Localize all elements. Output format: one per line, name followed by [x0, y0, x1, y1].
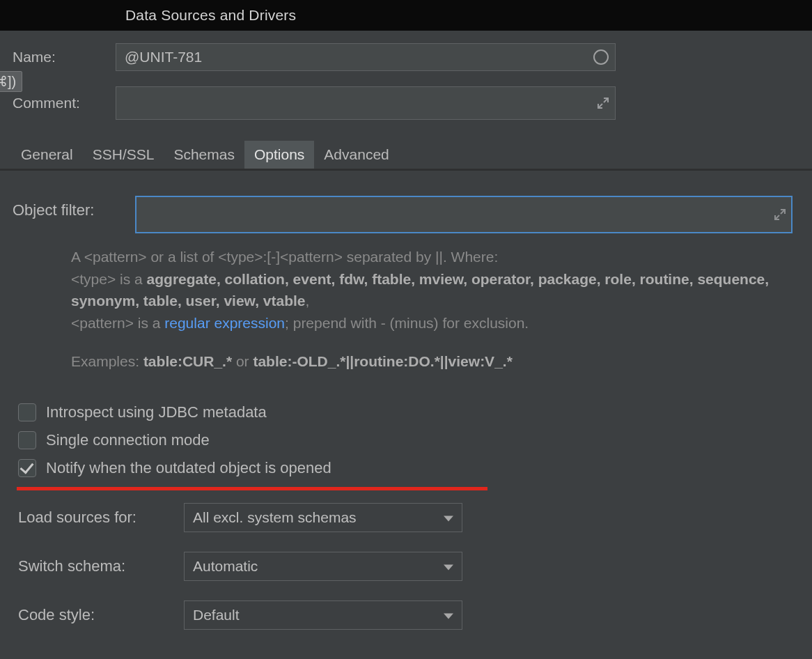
options-panel: Object filter: A <pattern> or a list of …	[0, 171, 812, 659]
checkbox-icon[interactable]	[18, 431, 36, 449]
chevron-down-icon	[444, 613, 453, 619]
code-style-label: Code style:	[18, 606, 184, 624]
comment-field-wrap	[116, 86, 616, 120]
switch-schema-label: Switch schema:	[18, 557, 184, 575]
shortcut-hint-popup: ⌘])	[0, 71, 22, 92]
expand-icon[interactable]	[773, 208, 787, 222]
checkbox-icon[interactable]	[18, 459, 36, 477]
hint-line-2: <type> is a aggregate, collation, event,…	[71, 268, 795, 312]
notify-outdated-checkbox-row[interactable]: Notify when the outdated object is opene…	[18, 459, 799, 477]
name-input[interactable]	[116, 43, 616, 71]
form-area: ⌘]) Name: Comment:	[0, 31, 812, 141]
tab-options[interactable]: Options	[244, 141, 314, 169]
hint-line-3: <pattern> is a regular expression; prepe…	[71, 312, 795, 334]
regular-expression-link[interactable]: regular expression	[164, 315, 285, 331]
tab-advanced[interactable]: Advanced	[314, 141, 398, 169]
switch-schema-select[interactable]: Automatic	[184, 552, 462, 581]
code-style-select[interactable]: Default	[184, 600, 462, 630]
tab-general[interactable]: General	[11, 141, 83, 169]
object-filter-input[interactable]	[135, 196, 793, 233]
comment-label: Comment:	[13, 95, 116, 111]
name-label: Name:	[13, 49, 116, 65]
object-filter-row: Object filter:	[13, 196, 799, 233]
code-style-value: Default	[193, 607, 240, 623]
tabs-bar: General SSH/SSL Schemas Options Advanced	[0, 141, 812, 169]
notify-outdated-label: Notify when the outdated object is opene…	[46, 459, 331, 477]
load-sources-row: Load sources for: All excl. system schem…	[18, 503, 799, 532]
introspect-checkbox-row[interactable]: Introspect using JDBC metadata	[18, 403, 799, 421]
expand-icon[interactable]	[596, 96, 610, 110]
load-sources-select[interactable]: All excl. system schemas	[184, 503, 462, 532]
tab-sshssl[interactable]: SSH/SSL	[83, 141, 164, 169]
tab-schemas[interactable]: Schemas	[164, 141, 244, 169]
checkbox-icon[interactable]	[18, 403, 36, 421]
comment-row: Comment:	[13, 86, 799, 120]
object-filter-label: Object filter:	[13, 196, 135, 219]
switch-schema-value: Automatic	[193, 558, 258, 575]
object-filter-hint: A <pattern> or a list of <type>:[-]<patt…	[71, 246, 795, 373]
single-connection-label: Single connection mode	[46, 431, 210, 449]
chevron-down-icon	[444, 564, 453, 570]
code-style-row: Code style: Default	[18, 600, 799, 630]
object-filter-field-wrap	[135, 196, 793, 233]
single-connection-checkbox-row[interactable]: Single connection mode	[18, 431, 799, 449]
hint-examples: Examples: table:CUR_.* or table:-OLD_.*|…	[71, 350, 795, 373]
load-sources-value: All excl. system schemas	[193, 509, 357, 526]
load-sources-label: Load sources for:	[18, 509, 184, 527]
window-title: Data Sources and Drivers	[125, 7, 296, 23]
color-indicator-icon[interactable]	[593, 49, 609, 65]
switch-schema-row: Switch schema: Automatic	[18, 552, 799, 581]
highlight-underline	[17, 487, 487, 490]
checkbox-group: Introspect using JDBC metadata Single co…	[18, 403, 799, 477]
window-title-bar: Data Sources and Drivers	[0, 0, 812, 31]
hint-line-1: A <pattern> or a list of <type>:[-]<patt…	[71, 246, 795, 268]
introspect-label: Introspect using JDBC metadata	[46, 403, 267, 421]
chevron-down-icon	[444, 515, 453, 521]
comment-input[interactable]	[116, 86, 616, 120]
name-row: Name:	[13, 43, 799, 71]
name-field-wrap	[116, 43, 616, 71]
